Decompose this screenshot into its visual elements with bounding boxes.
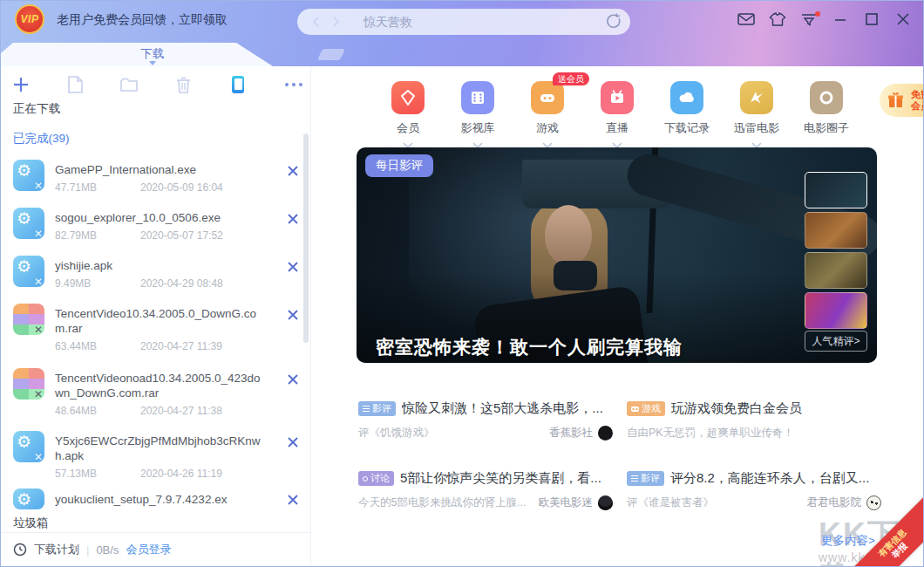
scrollbar[interactable] bbox=[303, 133, 309, 343]
cloud-icon bbox=[670, 81, 703, 114]
search-bar[interactable] bbox=[297, 9, 630, 35]
phone-icon[interactable] bbox=[228, 75, 248, 94]
main-menu-icon[interactable] bbox=[799, 10, 819, 28]
hero-thumbnail-2[interactable] bbox=[805, 212, 867, 249]
news-item[interactable]: 影评 惊险又刺激！这5部大逃杀电影，... 评《饥饿游戏》 香蕉影社 bbox=[358, 400, 613, 441]
close-button[interactable] bbox=[893, 10, 913, 28]
news-source[interactable]: 香蕉影社 bbox=[549, 426, 593, 441]
avatar[interactable] bbox=[598, 495, 613, 510]
delete-file-button[interactable] bbox=[287, 165, 299, 177]
file-row[interactable]: ✕ TencentVideonoad10.34.2005.0_423down_D… bbox=[1, 363, 311, 426]
delete-file-button[interactable] bbox=[287, 213, 299, 225]
discussion-badge: 讨论 bbox=[358, 471, 394, 486]
file-date: 2020-05-09 16:04 bbox=[140, 181, 223, 194]
news-subtitle: 自由PK无惩罚，超爽单职业传奇！ bbox=[627, 426, 881, 441]
file-size: 9.49MB bbox=[55, 277, 140, 290]
nav-thunder-movies[interactable]: 迅雷电影 bbox=[722, 81, 792, 152]
lines-icon bbox=[631, 475, 638, 482]
new-tab-button[interactable] bbox=[317, 49, 345, 60]
review-badge: 影评 bbox=[358, 401, 396, 416]
member-login-link[interactable]: 会员登录 bbox=[126, 542, 171, 557]
daily-review-badge: 每日影评 bbox=[365, 154, 433, 177]
title-bar: VIP 老用户免费会员回馈，立即领取 bbox=[1, 1, 924, 66]
sidebar-footer: 下载计划 | 0B/s 会员登录 bbox=[1, 532, 310, 566]
news-title: 惊险又刺激！这5部大逃杀电影，... bbox=[402, 400, 603, 417]
avatar[interactable] bbox=[598, 426, 613, 441]
hero-thumbnail-1[interactable] bbox=[805, 172, 867, 208]
file-size: 63.44MB bbox=[55, 340, 140, 352]
more-tools-icon[interactable] bbox=[280, 75, 308, 94]
file-name: TencentVideo10.34.2005.0_DownG.com.rar bbox=[55, 298, 262, 336]
avatar[interactable] bbox=[866, 495, 881, 510]
exe-file-icon: ⚙✕ bbox=[13, 208, 44, 239]
news-source[interactable]: 君君电影院 bbox=[807, 495, 862, 510]
nav-download-history[interactable]: 下载记录 bbox=[652, 81, 722, 136]
news-title: 玩游戏领免费白金会员 bbox=[671, 400, 802, 417]
hero-thumbnail-3[interactable] bbox=[805, 252, 867, 289]
promo-banner-link[interactable]: 老用户免费会员回馈，立即领取 bbox=[57, 1, 228, 38]
nav-live[interactable]: 直播 bbox=[582, 81, 652, 152]
maximize-button[interactable] bbox=[862, 10, 881, 28]
file-row[interactable]: ⚙✕ sogou_explorer_10.0_0506.exe 82.79MB2… bbox=[1, 202, 311, 250]
news-title: 评分8.2，高能连环杀人，台剧又... bbox=[670, 470, 869, 487]
file-row[interactable]: ⚙ youkuclient_setup_7.9.7.4232.ex bbox=[1, 488, 311, 513]
member-diamond-icon bbox=[391, 81, 425, 114]
sidebar-item-completed[interactable]: 已完成(39) bbox=[13, 131, 70, 147]
review-badge: 影评 bbox=[627, 471, 664, 486]
delete-file-button[interactable] bbox=[287, 494, 299, 506]
game-badge: 游戏 bbox=[627, 401, 665, 416]
search-input[interactable] bbox=[362, 14, 566, 30]
mail-icon[interactable] bbox=[737, 10, 756, 28]
notification-dot bbox=[815, 11, 820, 17]
hero-caption[interactable]: 密室恐怖来袭！敢一个人刷完算我输 bbox=[376, 335, 683, 359]
tab-download[interactable]: 下载 bbox=[1, 43, 273, 66]
file-date: 2020-04-29 08:48 bbox=[140, 277, 223, 290]
file-date: 2020-04-27 11:39 bbox=[140, 340, 222, 352]
file-name: yishijie.apk bbox=[55, 250, 262, 273]
file-name: TencentVideonoad10.34.2005.0_423down_Dow… bbox=[55, 363, 262, 400]
file-name: sogou_explorer_10.0_0506.exe bbox=[55, 202, 262, 225]
download-sidebar: 正在下载 已完成(39) ⚙✕ GamePP_International.exe… bbox=[1, 66, 311, 566]
sidebar-item-trash[interactable]: 垃圾箱 bbox=[13, 514, 301, 533]
vip-logo-icon[interactable]: VIP bbox=[15, 4, 44, 34]
folder-icon[interactable] bbox=[119, 75, 139, 94]
file-row[interactable]: ⚙✕ Y5xjc6EWCcrZbjgPfMdMbjhob3cRKnwh.apk … bbox=[1, 426, 311, 488]
minimize-button[interactable] bbox=[831, 10, 850, 28]
file-icon[interactable] bbox=[65, 75, 85, 94]
hero-banner[interactable] bbox=[357, 147, 877, 363]
nav-games[interactable]: 送会员 游戏 bbox=[513, 81, 582, 152]
delete-file-button[interactable] bbox=[287, 436, 299, 448]
news-item[interactable]: 游戏 玩游戏领免费白金会员 自由PK无惩罚，超爽单职业传奇！ bbox=[627, 400, 881, 441]
nav-video-library[interactable]: 影视库 bbox=[443, 81, 513, 152]
forward-icon[interactable] bbox=[332, 16, 341, 28]
hero-thumbnail-4[interactable] bbox=[805, 292, 867, 329]
news-item[interactable]: 影评 评分8.2，高能连环杀人，台剧又... 评《谁是被害者》 君君电影院 bbox=[627, 470, 881, 510]
lines-icon bbox=[363, 406, 370, 412]
refresh-icon[interactable] bbox=[605, 13, 622, 33]
delete-file-button[interactable] bbox=[287, 373, 299, 386]
file-row[interactable]: ✕ TencentVideo10.34.2005.0_DownG.com.rar… bbox=[1, 298, 311, 363]
news-title: 5部让你惊声尖笑的另类喜剧，看... bbox=[400, 470, 601, 487]
trash-icon[interactable] bbox=[173, 75, 193, 94]
rar-file-icon: ✕ bbox=[13, 304, 44, 335]
ring-icon bbox=[810, 81, 843, 114]
download-plan-button[interactable]: 下载计划 bbox=[34, 542, 79, 557]
delete-file-button[interactable] bbox=[287, 261, 299, 273]
nav-member[interactable]: 会员 bbox=[373, 81, 443, 152]
bird-icon bbox=[740, 81, 773, 114]
delete-file-button[interactable] bbox=[287, 309, 299, 321]
file-date: 2020-04-26 11:19 bbox=[140, 468, 222, 480]
nav-movie-circle[interactable]: 电影圈子 bbox=[792, 81, 861, 136]
file-row[interactable]: ⚙✕ GamePP_International.exe 47.71MB2020-… bbox=[1, 154, 311, 202]
news-item[interactable]: 讨论 5部让你惊声尖笑的另类喜剧，看... 今天的5部电影来挑战你的肾上腺...… bbox=[358, 470, 613, 510]
free-vip-button[interactable]: 免费会员 bbox=[880, 84, 924, 117]
more-content-link[interactable]: 更多内容> bbox=[821, 533, 875, 549]
skin-icon[interactable] bbox=[768, 10, 787, 28]
back-icon[interactable] bbox=[311, 16, 320, 28]
news-source[interactable]: 欧美电影迷 bbox=[539, 495, 594, 510]
apk-file-icon: ⚙✕ bbox=[13, 256, 44, 287]
file-row[interactable]: ⚙✕ yishijie.apk 9.49MB2020-04-29 08:48 bbox=[1, 250, 311, 298]
sidebar-item-downloading[interactable]: 正在下载 bbox=[13, 101, 60, 117]
add-task-button[interactable] bbox=[11, 75, 31, 94]
hot-reviews-button[interactable]: 人气精评> bbox=[805, 331, 867, 352]
